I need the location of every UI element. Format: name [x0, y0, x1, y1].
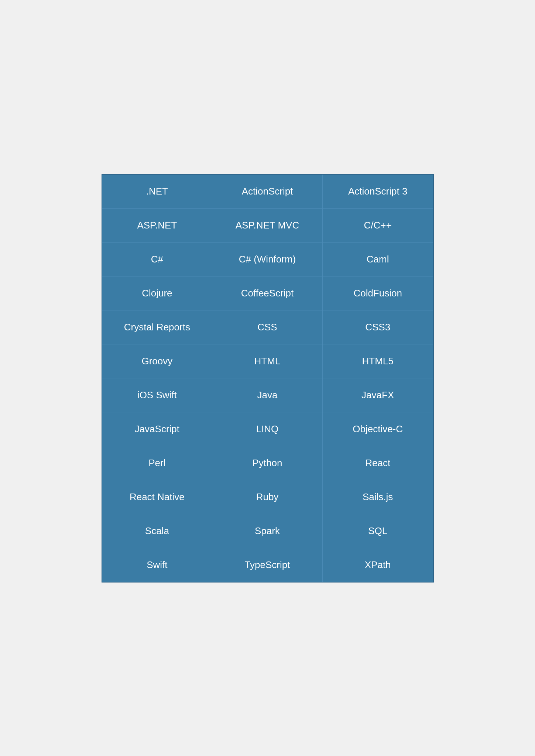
grid-row: ClojureCoffeeScriptColdFusion — [102, 276, 433, 310]
cell-crystal-reports[interactable]: Crystal Reports — [102, 310, 213, 344]
cell-scala[interactable]: Scala — [102, 514, 213, 548]
cell--net[interactable]: .NET — [102, 175, 213, 208]
technology-grid: .NETActionScriptActionScript 3ASP.NETASP… — [102, 174, 434, 583]
cell-ios-swift[interactable]: iOS Swift — [102, 378, 213, 412]
cell-xpath[interactable]: XPath — [323, 548, 433, 582]
cell-css3[interactable]: CSS3 — [323, 310, 433, 344]
cell-linq[interactable]: LINQ — [212, 412, 323, 446]
cell-sql[interactable]: SQL — [323, 514, 433, 548]
cell-c---winform-[interactable]: C# (Winform) — [212, 243, 323, 276]
grid-row: .NETActionScriptActionScript 3 — [102, 175, 433, 209]
grid-row: PerlPythonReact — [102, 446, 433, 480]
cell-typescript[interactable]: TypeScript — [212, 548, 323, 582]
cell-caml[interactable]: Caml — [323, 243, 433, 276]
cell-groovy[interactable]: Groovy — [102, 344, 213, 378]
cell-java[interactable]: Java — [212, 378, 323, 412]
cell-ruby[interactable]: Ruby — [212, 480, 323, 514]
cell-swift[interactable]: Swift — [102, 548, 213, 582]
grid-row: GroovyHTMLHTML5 — [102, 344, 433, 378]
cell-html5[interactable]: HTML5 — [323, 344, 433, 378]
cell-spark[interactable]: Spark — [212, 514, 323, 548]
cell-c-[interactable]: C# — [102, 243, 213, 276]
grid-row: ScalaSparkSQL — [102, 514, 433, 548]
grid-row: iOS SwiftJavaJavaFX — [102, 378, 433, 412]
cell-css[interactable]: CSS — [212, 310, 323, 344]
cell-asp-net[interactable]: ASP.NET — [102, 209, 213, 242]
cell-python[interactable]: Python — [212, 446, 323, 480]
cell-sails-js[interactable]: Sails.js — [323, 480, 433, 514]
cell-coldfusion[interactable]: ColdFusion — [323, 276, 433, 310]
cell-actionscript[interactable]: ActionScript — [212, 175, 323, 208]
grid-row: C#C# (Winform)Caml — [102, 243, 433, 276]
grid-row: JavaScriptLINQObjective-C — [102, 412, 433, 446]
cell-objective-c[interactable]: Objective-C — [323, 412, 433, 446]
cell-actionscript-3[interactable]: ActionScript 3 — [323, 175, 433, 208]
cell-coffeescript[interactable]: CoffeeScript — [212, 276, 323, 310]
cell-react-native[interactable]: React Native — [102, 480, 213, 514]
cell-perl[interactable]: Perl — [102, 446, 213, 480]
cell-asp-net-mvc[interactable]: ASP.NET MVC — [212, 209, 323, 242]
grid-row: ASP.NETASP.NET MVCC/C++ — [102, 209, 433, 243]
cell-react[interactable]: React — [323, 446, 433, 480]
cell-javafx[interactable]: JavaFX — [323, 378, 433, 412]
cell-clojure[interactable]: Clojure — [102, 276, 213, 310]
grid-row: Crystal ReportsCSSCSS3 — [102, 310, 433, 344]
cell-html[interactable]: HTML — [212, 344, 323, 378]
cell-c-c--[interactable]: C/C++ — [323, 209, 433, 242]
grid-row: React NativeRubySails.js — [102, 480, 433, 514]
cell-javascript[interactable]: JavaScript — [102, 412, 213, 446]
grid-row: SwiftTypeScriptXPath — [102, 548, 433, 582]
